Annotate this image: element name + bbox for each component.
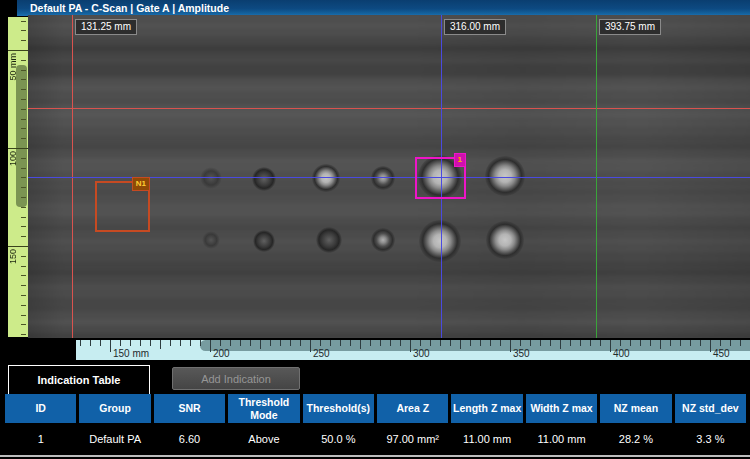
red-cursor-horizontal-line[interactable] <box>28 108 750 109</box>
table-cell: Default PA <box>79 425 150 453</box>
table-header-cell: NZ std_dev <box>675 394 746 423</box>
scan-indication-spot <box>312 164 340 192</box>
tab-indication-table[interactable]: Indication Table <box>8 365 150 394</box>
hruler-minor-tick <box>190 340 191 346</box>
hruler-major-tick <box>310 340 311 352</box>
hruler-major-tick <box>410 340 411 352</box>
hruler-label: 450 <box>713 348 730 359</box>
hruler-minor-tick <box>160 340 161 349</box>
hruler-minor-tick <box>320 340 321 346</box>
hruler-minor-tick <box>590 340 591 346</box>
hruler-minor-tick <box>370 340 371 346</box>
scan-indication-spot <box>253 230 275 252</box>
cscan-window: Default PA - C-Scan | Gate A | Amplitude… <box>0 0 750 459</box>
hruler-minor-tick <box>90 340 91 346</box>
indication-table-header: IDGroupSNRThreshold ModeThreshold(s)Area… <box>5 394 746 423</box>
hruler-minor-tick <box>100 340 101 346</box>
vertical-ruler: 50 mm100150 <box>8 17 28 337</box>
scan-indication-spot <box>202 231 220 249</box>
hruler-minor-tick <box>230 340 231 346</box>
hruler-minor-tick <box>140 340 141 346</box>
vruler-minor-tick <box>21 217 26 218</box>
table-row[interactable]: 1Default PA6.60Above50.0 %97.00 mm²11.00… <box>5 425 746 453</box>
hruler-minor-tick <box>280 340 281 346</box>
horizontal-scroll-thumb[interactable] <box>200 340 750 351</box>
vruler-minor-tick <box>21 138 26 139</box>
indication-1-box[interactable]: 1 <box>415 157 466 199</box>
vruler-minor-tick <box>21 158 26 159</box>
hruler-major-tick <box>510 340 511 352</box>
scan-indication-spot <box>485 156 525 196</box>
hruler-minor-tick <box>460 340 461 349</box>
vruler-minor-tick <box>21 177 26 178</box>
vruler-minor-tick <box>21 197 26 198</box>
table-cell: 97.00 mm² <box>377 425 448 453</box>
vruler-label: 100 <box>8 151 18 166</box>
reference-n1-box[interactable]: N1 <box>95 181 150 232</box>
hruler-major-tick <box>110 340 111 352</box>
scan-indication-spot <box>252 167 276 191</box>
hruler-label: 300 <box>413 348 430 359</box>
vruler-minor-tick <box>21 70 26 71</box>
green-cursor-vertical-line[interactable] <box>596 15 597 338</box>
table-header-cell: Threshold Mode <box>228 394 299 423</box>
hruler-minor-tick <box>520 340 521 346</box>
vertical-scroll-thumb[interactable] <box>16 65 27 207</box>
hruler-minor-tick <box>560 340 561 349</box>
hruler-minor-tick <box>130 340 131 346</box>
scan-indication-spot <box>316 227 342 253</box>
vruler-major-tick <box>8 246 28 247</box>
hruler-minor-tick <box>500 340 501 346</box>
hruler-minor-tick <box>470 340 471 346</box>
hruler-minor-tick <box>170 340 171 346</box>
hruler-minor-tick <box>360 340 361 349</box>
table-header-cell: SNR <box>154 394 225 423</box>
table-cell: 11.00 mm <box>451 425 522 453</box>
hruler-minor-tick <box>550 340 551 346</box>
hruler-label: 150 mm <box>113 348 149 359</box>
hruler-minor-tick <box>450 340 451 346</box>
add-indication-button-label: Add Indication <box>201 373 271 385</box>
hruler-minor-tick <box>270 340 271 346</box>
hruler-minor-tick <box>330 340 331 346</box>
vruler-minor-tick <box>21 315 26 316</box>
vruler-minor-tick <box>21 256 26 257</box>
vruler-major-tick <box>8 50 28 51</box>
hruler-minor-tick <box>570 340 571 346</box>
table-header-cell: Group <box>79 394 150 423</box>
hruler-minor-tick <box>260 340 261 349</box>
cscan-image[interactable]: 131.25 mm316.00 mm393.75 mm1N1 <box>28 15 750 338</box>
hruler-minor-tick <box>400 340 401 346</box>
hruler-label: 200 <box>213 348 230 359</box>
hruler-label: 250 <box>313 348 330 359</box>
hruler-label: 350 <box>513 348 530 359</box>
hruler-minor-tick <box>200 340 201 346</box>
hruler-major-tick <box>610 340 611 352</box>
hruler-minor-tick <box>240 340 241 346</box>
table-header-cell: Length Z max <box>451 394 522 423</box>
hruler-minor-tick <box>730 340 731 346</box>
vruler-minor-tick <box>21 324 26 325</box>
vruler-label: 150 <box>8 249 18 264</box>
vruler-minor-tick <box>21 266 26 267</box>
table-header-cell: Area Z <box>377 394 448 423</box>
hruler-minor-tick <box>480 340 481 346</box>
hruler-minor-tick <box>580 340 581 346</box>
view-title: Default PA - C-Scan | Gate A | Amplitude <box>30 2 229 14</box>
hruler-minor-tick <box>350 340 351 346</box>
vruler-minor-tick <box>21 79 26 80</box>
hruler-minor-tick <box>530 340 531 346</box>
vruler-minor-tick <box>21 236 26 237</box>
vruler-minor-tick <box>21 207 26 208</box>
hruler-minor-tick <box>540 340 541 346</box>
hruler-minor-tick <box>420 340 421 346</box>
scan-indication-spot <box>419 220 461 262</box>
hruler-minor-tick <box>340 340 341 346</box>
horizontal-ruler: 150 mm200250300350400450 <box>76 340 750 360</box>
hruler-minor-tick <box>250 340 251 346</box>
hruler-minor-tick <box>600 340 601 346</box>
hruler-label: 400 <box>613 348 630 359</box>
hruler-minor-tick <box>660 340 661 349</box>
hruler-minor-tick <box>680 340 681 346</box>
add-indication-button[interactable]: Add Indication <box>172 367 300 390</box>
